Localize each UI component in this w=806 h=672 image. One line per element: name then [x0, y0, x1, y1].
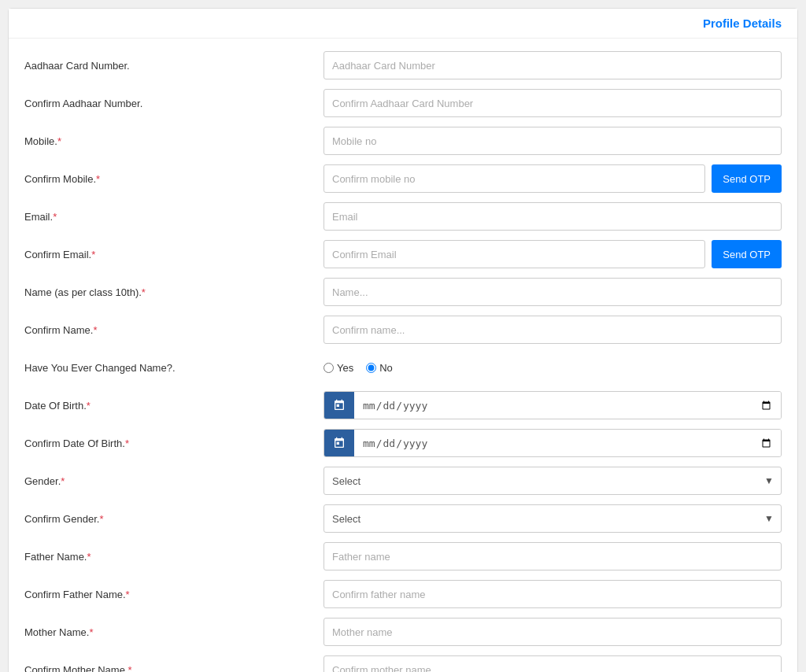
father-name-input[interactable]	[324, 542, 782, 570]
email-row: Email.*	[24, 201, 782, 231]
confirm-mobile-row: Confirm Mobile.* Send OTP	[24, 164, 782, 194]
dob-input[interactable]	[354, 392, 781, 419]
changed-name-yes-radio[interactable]	[324, 363, 334, 373]
confirm-mother-name-label: Confirm Mother Name.*	[24, 664, 324, 673]
changed-name-no-radio[interactable]	[366, 363, 376, 373]
confirm-mobile-group: Send OTP	[324, 164, 782, 193]
confirm-email-input[interactable]	[324, 240, 705, 268]
confirm-mobile-input[interactable]	[324, 164, 705, 193]
confirm-mother-name-input[interactable]	[324, 655, 782, 672]
name-row: Name (as per class 10th).*	[24, 277, 782, 307]
confirm-gender-row: Confirm Gender.* Select Male Female Othe…	[24, 504, 782, 534]
confirm-mother-name-row: Confirm Mother Name.*	[24, 655, 782, 672]
email-input[interactable]	[324, 202, 782, 231]
name-input[interactable]	[324, 278, 782, 306]
gender-select-wrapper: Select Male Female Other ▼	[324, 467, 782, 495]
father-name-label: Father Name.*	[24, 551, 324, 563]
mother-name-input[interactable]	[324, 618, 782, 646]
gender-label: Gender.*	[24, 475, 324, 487]
changed-name-row: Have You Ever Changed Name?. Yes No	[24, 353, 782, 382]
dob-label: Date Of Birth.*	[24, 400, 324, 412]
card-header: Profile Details	[9, 9, 797, 39]
confirm-aadhaar-row: Confirm Aadhaar Number.	[24, 88, 782, 118]
mother-name-row: Mother Name.*	[24, 617, 782, 647]
mother-name-label: Mother Name.*	[24, 626, 324, 638]
changed-name-label: Have You Ever Changed Name?.	[24, 362, 324, 374]
confirm-father-name-input[interactable]	[324, 580, 782, 608]
changed-name-yes-label[interactable]: Yes	[324, 362, 353, 374]
dob-input-wrapper	[324, 391, 782, 419]
email-label: Email.*	[24, 211, 324, 223]
gender-select[interactable]: Select Male Female Other	[324, 467, 782, 495]
confirm-email-row: Confirm Email.* Send OTP	[24, 239, 782, 269]
confirm-gender-select-wrapper: Select Male Female Other ▼	[324, 504, 782, 533]
confirm-gender-label: Confirm Gender.*	[24, 513, 324, 525]
changed-name-radio-group: Yes No	[324, 362, 393, 374]
confirm-name-row: Confirm Name.*	[24, 315, 782, 345]
mobile-row: Mobile.*	[24, 126, 782, 156]
father-name-row: Father Name.*	[24, 541, 782, 571]
confirm-dob-label: Confirm Date Of Birth.*	[24, 438, 324, 449]
dob-row: Date Of Birth.*	[24, 390, 782, 420]
confirm-name-input[interactable]	[324, 316, 782, 344]
confirm-father-name-label: Confirm Father Name.*	[24, 589, 324, 600]
confirm-email-label: Confirm Email.*	[24, 249, 324, 260]
confirm-dob-input-wrapper	[324, 429, 782, 457]
aadhaar-label: Aadhaar Card Number.	[24, 60, 324, 72]
dob-calendar-button[interactable]	[324, 392, 354, 419]
confirm-aadhaar-label: Confirm Aadhaar Number.	[24, 98, 324, 109]
aadhaar-row: Aadhaar Card Number.	[24, 50, 782, 80]
confirm-father-name-row: Confirm Father Name.*	[24, 579, 782, 609]
confirm-email-group: Send OTP	[324, 240, 782, 268]
aadhaar-input[interactable]	[324, 51, 782, 79]
mobile-input[interactable]	[324, 127, 782, 155]
changed-name-no-label[interactable]: No	[366, 362, 393, 374]
page-title: Profile Details	[24, 17, 782, 30]
confirm-dob-calendar-button[interactable]	[324, 430, 354, 456]
confirm-dob-row: Confirm Date Of Birth.*	[24, 428, 782, 458]
name-label: Name (as per class 10th).*	[24, 286, 324, 298]
send-otp-mobile-button[interactable]: Send OTP	[712, 164, 782, 193]
mobile-label: Mobile.*	[24, 135, 324, 147]
gender-row: Gender.* Select Male Female Other ▼	[24, 466, 782, 496]
confirm-gender-select[interactable]: Select Male Female Other	[324, 504, 782, 533]
confirm-aadhaar-input[interactable]	[324, 89, 782, 117]
confirm-name-label: Confirm Name.*	[24, 324, 324, 336]
send-otp-email-button[interactable]: Send OTP	[712, 240, 782, 268]
confirm-dob-input[interactable]	[354, 430, 781, 456]
confirm-mobile-label: Confirm Mobile.*	[24, 173, 324, 185]
